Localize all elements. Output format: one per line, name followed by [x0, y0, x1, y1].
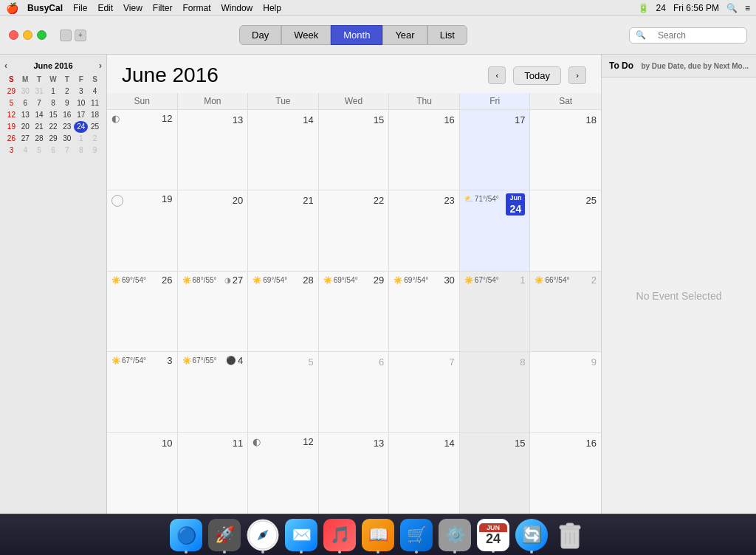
day-4-jul[interactable]: ☀️ 67°/55° ⚫ 4 [178, 352, 249, 432]
mini-today-cell[interactable]: 24 [74, 121, 88, 133]
day-27-jun[interactable]: ☀️ 68°/55° ◑ 27 [178, 272, 249, 351]
mini-cell[interactable]: 1 [74, 133, 88, 145]
day-14-jun[interactable]: 14 [248, 110, 319, 190]
mini-cell[interactable]: 30 [18, 86, 32, 97]
tab-day[interactable]: Day [239, 25, 281, 45]
mini-cell[interactable]: 5 [4, 97, 18, 109]
dock-safari[interactable] [247, 519, 279, 551]
day-14-jul[interactable]: 14 [389, 433, 460, 514]
close-button[interactable] [9, 30, 18, 40]
mini-cell[interactable]: 1 [47, 86, 61, 97]
mini-cell[interactable]: 16 [60, 109, 74, 121]
mini-cell[interactable]: 13 [18, 109, 32, 121]
day-19-jun[interactable]: 19 [107, 190, 178, 270]
day-24-jun-today[interactable]: ⛅ 71°/54° Jun 24 [460, 190, 531, 270]
mini-cell[interactable]: 15 [47, 109, 61, 121]
day-7-jul[interactable]: 7 [389, 352, 460, 432]
mini-cell[interactable]: 12 [4, 109, 18, 121]
dock-launchpad[interactable]: 🚀 [208, 519, 241, 551]
today-button[interactable]: Today [513, 66, 561, 85]
day-17-jun[interactable]: 17 [460, 110, 531, 190]
mini-cell[interactable]: 25 [88, 121, 102, 133]
list-icon-menubar[interactable]: ≡ [745, 3, 750, 13]
dock-appstore[interactable]: 🛒 [400, 519, 433, 551]
mini-cell[interactable]: 8 [74, 145, 88, 156]
todo-sort-label[interactable]: by Due Date, due by Next Mo... [641, 62, 749, 70]
dock-books[interactable]: 📖 [362, 519, 394, 551]
day-3-jul[interactable]: ☀️ 67°/54° 3 [107, 352, 178, 432]
mini-cell[interactable]: 5 [32, 145, 47, 156]
dock-calendar[interactable]: JUN 24 [477, 519, 509, 551]
tab-list[interactable]: List [427, 25, 467, 45]
day-15-jul[interactable]: 15 [460, 433, 531, 514]
day-29-jun[interactable]: ☀️ 69°/54° 29 [319, 272, 390, 351]
day-15-jun[interactable]: 15 [319, 110, 390, 190]
mini-cell[interactable]: 10 [74, 97, 88, 109]
day-11-jul[interactable]: 11 [178, 433, 249, 514]
mini-cell[interactable]: 29 [47, 133, 61, 145]
day-6-jul[interactable]: 6 [319, 352, 390, 432]
mini-cell[interactable]: 19 [4, 121, 18, 133]
day-30-jun[interactable]: ☀️ 69°/54° 30 [389, 272, 460, 351]
day-2-jul[interactable]: ☀️ 66°/54° 2 [530, 272, 601, 351]
mini-cell[interactable]: 29 [4, 86, 18, 97]
day-22-jun[interactable]: 22 [319, 190, 390, 270]
mini-cell[interactable]: 7 [32, 97, 47, 109]
search-icon-menubar[interactable]: 🔍 [726, 3, 738, 13]
mini-cell[interactable]: 17 [74, 109, 88, 121]
mini-cell[interactable]: 22 [47, 121, 61, 133]
day-13-jul[interactable]: 13 [319, 433, 390, 514]
mini-cell[interactable]: 9 [60, 97, 74, 109]
minimize-button[interactable] [23, 30, 32, 40]
day-12-jun[interactable]: ◐ 12 [107, 110, 178, 190]
day-23-jun[interactable]: 23 [389, 190, 460, 270]
dock-finder[interactable]: 🔵 [170, 519, 202, 551]
mini-cell[interactable]: 27 [18, 133, 32, 145]
mini-cell[interactable]: 28 [32, 133, 47, 145]
menubar-format[interactable]: Format [183, 3, 211, 13]
mini-cell[interactable]: 6 [47, 145, 61, 156]
day-20-jun[interactable]: 20 [178, 190, 249, 270]
dock-music[interactable]: 🎵 [323, 519, 356, 551]
mini-cell[interactable]: 6 [18, 97, 32, 109]
mini-cell[interactable]: 11 [88, 97, 102, 109]
add-button[interactable]: + [75, 30, 86, 41]
day-16-jul[interactable]: 16 [530, 433, 601, 514]
sidebar-toggle[interactable] [60, 30, 72, 41]
mini-cell[interactable]: 3 [74, 86, 88, 97]
day-9-jul[interactable]: 9 [530, 352, 601, 432]
tab-month[interactable]: Month [331, 25, 382, 45]
day-10-jul[interactable]: 10 [107, 433, 178, 514]
menubar-file[interactable]: File [73, 3, 87, 13]
menubar-help[interactable]: Help [263, 3, 281, 13]
mini-cell[interactable]: 26 [4, 133, 18, 145]
mini-cell[interactable]: 21 [32, 121, 47, 133]
day-8-jul[interactable]: 8 [460, 352, 531, 432]
mini-cell[interactable]: 7 [60, 145, 74, 156]
mini-cell[interactable]: 31 [32, 86, 47, 97]
day-21-jun[interactable]: 21 [248, 190, 319, 270]
tab-week[interactable]: Week [281, 25, 331, 45]
day-18-jun[interactable]: 18 [530, 110, 601, 190]
day-12-jul[interactable]: ◐ 12 [248, 433, 319, 514]
next-month-button[interactable]: › [568, 66, 586, 84]
mini-cell[interactable]: 23 [60, 121, 74, 133]
mini-next-button[interactable]: › [99, 61, 102, 71]
day-25-jun[interactable]: 25 [530, 190, 601, 270]
mini-cell[interactable]: 18 [88, 109, 102, 121]
day-5-jul[interactable]: 5 [248, 352, 319, 432]
dock-trash[interactable] [554, 519, 586, 551]
mini-cell[interactable]: 4 [18, 145, 32, 156]
day-26-jun[interactable]: ☀️ 69°/54° 26 [107, 272, 178, 351]
fullscreen-button[interactable] [37, 30, 47, 40]
day-16-jun[interactable]: 16 [389, 110, 460, 190]
mini-cell[interactable]: 20 [18, 121, 32, 133]
menubar-view[interactable]: View [123, 3, 142, 13]
mini-cell[interactable]: 4 [88, 86, 102, 97]
menubar-window[interactable]: Window [221, 3, 253, 13]
prev-month-button[interactable]: ‹ [488, 66, 506, 84]
day-13-jun[interactable]: 13 [178, 110, 249, 190]
search-input[interactable] [658, 30, 740, 41]
mini-cell[interactable]: 14 [32, 109, 47, 121]
dock-migration[interactable]: 🔄 [515, 519, 548, 551]
